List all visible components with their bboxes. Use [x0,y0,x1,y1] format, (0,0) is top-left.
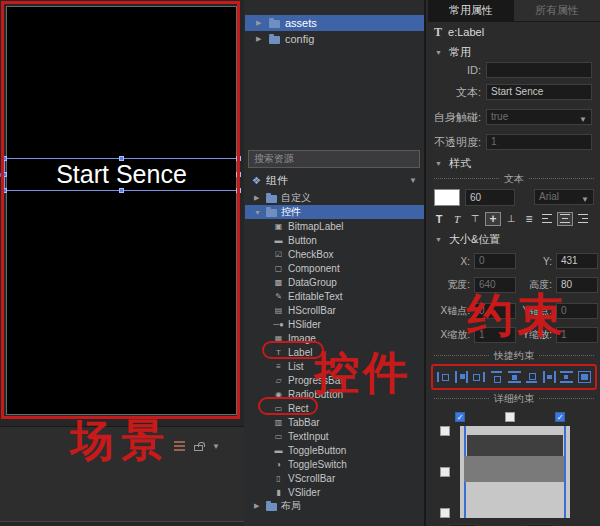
tree-item-ToggleButton[interactable]: ▬ToggleButton [245,443,424,457]
section-style[interactable]: ▼ 样式 [428,155,600,171]
constraint-top-checkbox-1[interactable] [505,412,515,422]
touch-enabled-select[interactable]: true▼ [486,109,592,125]
components-header[interactable]: ❖ 组件 ▼ [245,172,424,189]
valign-bottom-icon[interactable] [503,212,519,226]
pin-hcenter-icon[interactable] [455,371,468,383]
pin-left-icon[interactable] [437,371,450,383]
valign-top-icon[interactable] [467,212,483,226]
anchor-x-field[interactable]: 0 [474,303,516,319]
tree-item-ProgressBar[interactable]: ▱ProgressBar [245,373,424,387]
section-common[interactable]: ▼ 常用 [428,44,600,60]
opacity-field[interactable]: 1 [486,134,592,150]
folder-icon [266,209,277,217]
constraint-editor[interactable]: 0 0 ✓✓ [440,412,580,526]
scale-y-field[interactable]: 1 [556,327,598,343]
label-selection-box[interactable]: Start Sence [4,158,239,191]
selection-handle[interactable] [2,188,7,193]
tree-item-HScrollBar[interactable]: ▤HScrollBar [245,303,424,317]
height-field[interactable]: 80 [556,277,598,293]
tree-item-RadioButton[interactable]: ◉RadioButton [245,387,424,401]
tree-item-TabBar[interactable]: ▥TabBar [245,415,424,429]
selection-handle[interactable] [236,172,241,177]
id-field[interactable] [486,62,592,78]
layers-subpanel: ▼ [0,426,244,522]
constraint-left-checkbox-2[interactable] [440,508,450,518]
bold-icon[interactable] [431,212,447,226]
tree-item-BitmapLabel[interactable]: ▣BitmapLabel [245,219,424,233]
font-family-select[interactable]: Arial▼ [534,189,594,205]
valign-justify-icon[interactable] [521,212,537,226]
tab-all-properties[interactable]: 所有属性 [514,0,600,21]
constraint-top-checkbox-2[interactable]: ✓ [555,412,565,422]
section-common-label: 常用 [449,45,471,60]
layers-icon[interactable] [174,441,185,451]
textinput-icon: ▭ [272,432,285,441]
tree-item-HSlider[interactable]: ─●HSlider [245,317,424,331]
touch-enabled-label: 自身触碰: [428,110,486,125]
tree-item-自定义[interactable]: ▶自定义 [245,191,424,205]
scene-label[interactable]: Start Sence [5,159,238,190]
tree-item-布局[interactable]: ▶布局 [245,499,424,513]
font-size-field[interactable]: 60 [465,189,515,206]
pin-right-icon[interactable] [472,371,485,383]
selection-handle[interactable] [119,156,124,161]
stretch-h-icon[interactable] [543,371,556,383]
constraint-left-checkbox-1[interactable] [440,467,450,477]
valign-middle-icon[interactable] [485,212,501,226]
pin-bottom-icon[interactable] [525,371,538,383]
tree-item-VSlider[interactable]: ▮VSlider [245,485,424,499]
constraint-top-checkbox-0[interactable]: ✓ [455,412,465,422]
chevron-right-icon[interactable]: ▶ [254,194,262,202]
tree-item-VScrollBar[interactable]: ▯VScrollBar [245,471,424,485]
tree-item-Image[interactable]: ▦Image [245,331,424,345]
scene-canvas[interactable]: Start Sence [6,6,237,415]
stretch-both-icon[interactable] [578,371,591,383]
align-right-icon[interactable] [575,212,591,226]
y-field[interactable]: 431 [556,253,598,269]
unlock-icon[interactable] [194,445,203,451]
chevron-down-icon[interactable]: ▼ [254,209,262,216]
asset-folder-assets[interactable]: ▶assets [245,15,424,31]
y-label: Y: [516,256,556,267]
selection-handle[interactable] [236,188,241,193]
width-field[interactable]: 640 [474,277,516,293]
tree-item-TextInput[interactable]: ▭TextInput [245,429,424,443]
id-label: ID: [428,64,486,76]
constraint-left-checkbox-0[interactable] [440,426,450,436]
tree-item-Component[interactable]: ▢Component [245,261,424,275]
anchor-y-field[interactable]: 0 [556,303,598,319]
tree-item-DataGroup[interactable]: ▩DataGroup [245,275,424,289]
tab-common-properties[interactable]: 常用属性 [428,0,514,21]
tree-item-Label[interactable]: TLabel [245,345,424,359]
tree-item-EditableText[interactable]: ✎EditableText [245,289,424,303]
tree-item-label: Image [288,333,316,344]
scale-x-field[interactable]: 1 [474,327,516,343]
italic-icon[interactable] [449,212,465,226]
tree-item-ToggleSwitch[interactable]: ◑ToggleSwitch [245,457,424,471]
tree-item-label: ToggleSwitch [288,459,347,470]
pin-top-icon[interactable] [490,371,503,383]
text-color-swatch[interactable] [434,189,460,206]
tree-item-控件[interactable]: ▼控件 [245,205,424,219]
x-field[interactable]: 0 [474,253,516,269]
section-size-position[interactable]: ▼ 大小&位置 [428,231,600,247]
align-center-icon[interactable] [557,212,573,226]
asset-folder-config[interactable]: ▶config [245,31,424,47]
constraint-diagram[interactable] [460,426,570,518]
align-left-icon[interactable] [539,212,555,226]
tree-item-Button[interactable]: ▬Button [245,233,424,247]
selection-handle[interactable] [236,156,241,161]
pin-vcenter-icon[interactable] [508,371,521,383]
tree-item-Rect[interactable]: ▭Rect [245,401,424,415]
text-field[interactable]: Start Sence [486,84,592,100]
selection-handle[interactable] [119,188,124,193]
stretch-v-icon[interactable] [560,371,573,383]
chevron-down-icon[interactable]: ▼ [409,176,417,185]
tree-item-List[interactable]: ≡List [245,359,424,373]
tree-item-CheckBox[interactable]: ☑CheckBox [245,247,424,261]
chevron-right-icon[interactable]: ▶ [254,502,262,510]
selection-handle[interactable] [2,156,7,161]
search-input[interactable]: 搜索资源 [248,150,420,168]
chevron-right-icon: ▶ [256,19,264,27]
chevron-down-icon[interactable]: ▼ [212,442,220,451]
